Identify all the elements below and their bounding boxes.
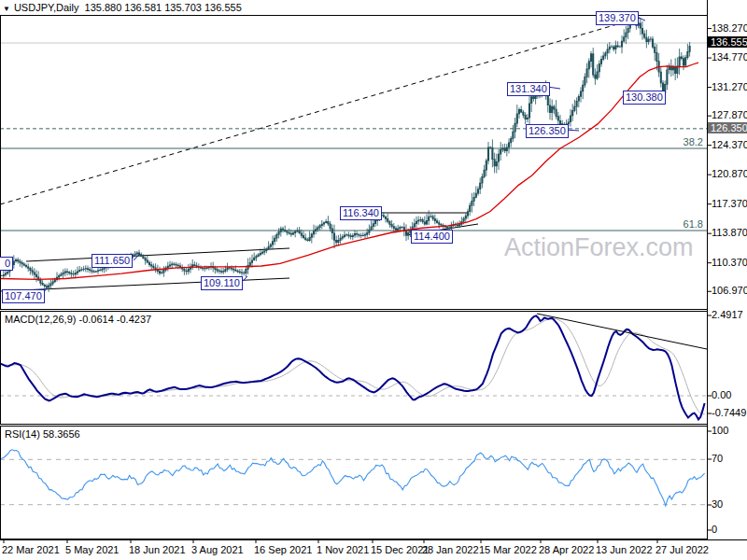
price-annotation-label[interactable]: 111.650: [92, 254, 133, 268]
price-annotation-label[interactable]: 126.350: [526, 124, 569, 138]
price-annotation-label[interactable]: 131.340: [507, 82, 550, 96]
collapse-triangle-icon[interactable]: ▼: [3, 5, 10, 13]
price-annotation-label[interactable]: 116.340: [340, 206, 382, 220]
price-annotation-label[interactable]: 139.370: [596, 11, 639, 25]
chart-title: ▼USDJPY,Daily 135.880 136.581 135.703 13…: [3, 2, 242, 13]
rsi-indicator-label: RSI(14) 58.3656: [5, 428, 80, 440]
chart-window: { "window": { "title_symbol": "USDJPY,Da…: [0, 0, 747, 560]
price-annotation-label[interactable]: 107.470: [2, 289, 45, 303]
ohlc-values: 135.880 136.581 135.703 136.555: [85, 2, 242, 13]
price-annotation-label[interactable]: 114.400: [411, 230, 453, 244]
macd-indicator-label: MACD(12,26,9) -0.0614 -0.4237: [5, 314, 151, 325]
price-annotation-label[interactable]: 109.110: [201, 276, 243, 290]
chart-canvas[interactable]: [0, 0, 747, 560]
price-annotation-label[interactable]: 130.380: [623, 91, 666, 105]
symbol-period-label: USDJPY,Daily: [14, 2, 79, 13]
price-annotation-label[interactable]: 0: [0, 257, 13, 271]
